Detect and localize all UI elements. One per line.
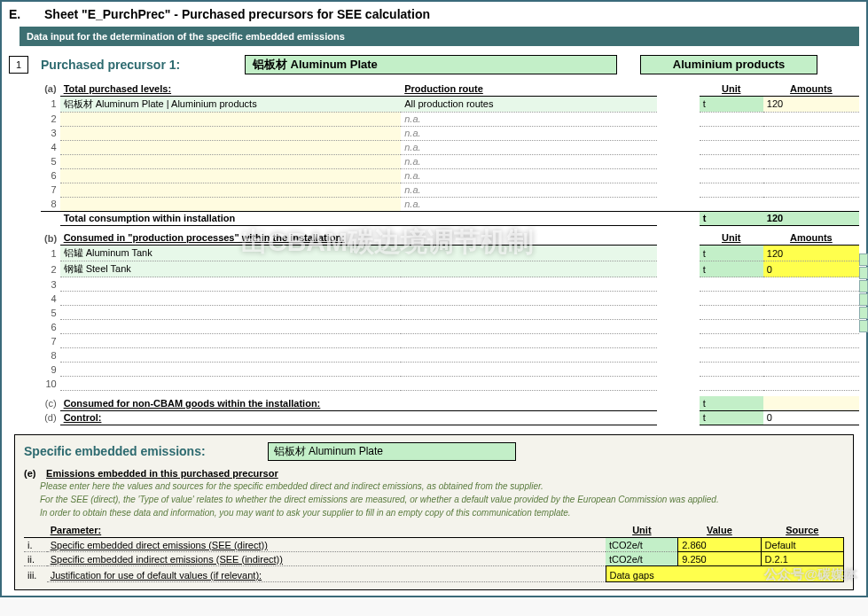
cell-desc[interactable]	[60, 320, 657, 334]
cell-amt[interactable]	[763, 377, 859, 391]
table-row: 4	[41, 292, 859, 306]
table-row: 6	[41, 320, 859, 334]
cell-unit: tCO2e/t	[606, 538, 678, 552]
table-row: 8	[41, 348, 859, 363]
cell-param: Specific embedded direct emissions (SEE …	[47, 538, 606, 552]
cell-src[interactable]: D.2.1	[761, 552, 843, 566]
emissions-title: Specific embedded emissions:	[24, 444, 206, 458]
table-row: i.Specific embedded direct emissions (SE…	[24, 538, 844, 552]
title-c: Consumed for non-CBAM goods within the i…	[60, 396, 657, 410]
cell-amt[interactable]	[763, 154, 859, 168]
row-num: 8	[41, 197, 60, 211]
col-a-title: Total purchased levels:	[60, 82, 402, 96]
sheet-header: E. Sheet "E_PurchPrec" - Purchased precu…	[9, 7, 859, 21]
cell-route: n.a.	[401, 126, 656, 140]
row-num: 6	[41, 168, 60, 183]
cell-desc[interactable]	[60, 140, 402, 154]
table-row: 4n.a.	[41, 140, 859, 154]
cell-amt[interactable]	[763, 168, 859, 183]
cell-desc[interactable]	[60, 112, 402, 126]
row-num: 5	[41, 154, 60, 168]
row-num: 4	[41, 140, 60, 154]
table-row: 7n.a.	[41, 183, 859, 197]
col-val: Value	[678, 524, 761, 538]
cell-desc[interactable]	[60, 292, 657, 306]
cell-desc[interactable]	[60, 334, 657, 348]
cell-amt[interactable]: 0	[763, 261, 859, 277]
cell-amt[interactable]	[763, 140, 859, 154]
table-row: 3n.a.	[41, 126, 859, 140]
row-num: 4	[41, 292, 60, 306]
row-num: 3	[41, 277, 60, 292]
cell-unit	[700, 197, 763, 211]
table-row: 7	[41, 334, 859, 348]
cell-unit: tCO2e/t	[606, 552, 678, 566]
cell-val[interactable]: 2.860	[678, 538, 761, 552]
cell-amt[interactable]	[763, 363, 859, 377]
col-src: Source	[761, 524, 843, 538]
cell-val[interactable]: 9.250	[678, 552, 761, 566]
cell-desc[interactable]: 铝罐 Aluminum Tank	[60, 246, 657, 261]
cell-desc[interactable]	[60, 363, 657, 377]
cell-amt[interactable]	[763, 306, 859, 320]
cell-desc[interactable]	[60, 377, 657, 391]
cell-amt[interactable]	[763, 334, 859, 348]
table-row: 5	[41, 306, 859, 320]
cell-unit	[700, 320, 763, 334]
cell-unit	[700, 334, 763, 348]
label-a: (a)	[41, 82, 60, 96]
cell-desc[interactable]	[60, 126, 402, 140]
table-row: 8n.a.	[41, 197, 859, 211]
label-d: (d)	[41, 410, 60, 425]
cell-amt[interactable]	[763, 348, 859, 363]
table-row: 9	[41, 363, 859, 377]
row-idx: ii.	[24, 552, 47, 566]
table-row: 2n.a.	[41, 112, 859, 126]
cell-desc[interactable]	[60, 154, 402, 168]
cell-amt[interactable]: 120	[763, 96, 859, 112]
banner: Data input for the determination of the …	[20, 27, 859, 46]
cell-route: n.a.	[401, 154, 656, 168]
precursor-category: Aluminium products	[640, 55, 817, 74]
col-a-unit: Unit	[700, 82, 763, 96]
cell-desc[interactable]	[60, 197, 402, 211]
cell-amt[interactable]	[763, 126, 859, 140]
cell-amt[interactable]	[763, 183, 859, 197]
cell-desc[interactable]: 铝板材 Aluminum Plate | Aluminium products	[60, 96, 402, 112]
cell-desc[interactable]	[60, 183, 402, 197]
cell-unit	[700, 306, 763, 320]
cell-amt[interactable]	[763, 277, 859, 292]
cell-src[interactable]: Default	[761, 538, 843, 552]
row-num: 8	[41, 348, 60, 363]
col-a-route: Production route	[401, 82, 656, 96]
cell-amt[interactable]	[763, 320, 859, 334]
cell-desc[interactable]	[60, 306, 657, 320]
cell-desc[interactable]	[60, 168, 402, 183]
emissions-table: Parameter: Unit Value Source i.Specific …	[24, 524, 844, 583]
label-c: (c)	[41, 396, 60, 410]
sheet-title: Sheet "E_PurchPrec" - Purchased precurso…	[44, 7, 430, 21]
amt-c[interactable]	[763, 396, 859, 410]
cell-route: n.a.	[401, 168, 656, 183]
cell-desc[interactable]	[60, 348, 657, 363]
cell-desc[interactable]: 钢罐 Steel Tank	[60, 261, 657, 277]
cell-unit	[700, 168, 763, 183]
cell-amt[interactable]	[763, 112, 859, 126]
cell-amt[interactable]: 120	[763, 246, 859, 261]
just-value[interactable]: Data gaps	[606, 566, 844, 582]
title-d: Control:	[60, 410, 657, 425]
cell-route: All production routes	[401, 96, 656, 112]
emissions-name: 铝板材 Aluminum Plate	[268, 442, 516, 461]
col-a-amt: Amounts	[763, 82, 859, 96]
cell-desc[interactable]	[60, 277, 657, 292]
cell-amt[interactable]	[763, 197, 859, 211]
section-cd: (c) Consumed for non-CBAM goods within t…	[41, 396, 859, 425]
precursor-name-input[interactable]: 铝板材 Aluminum Plate	[245, 55, 617, 74]
cell-unit	[700, 126, 763, 140]
cell-unit	[700, 377, 763, 391]
table-b: (b) Consumed in "production processes" w…	[41, 231, 859, 392]
just-idx: iii.	[24, 566, 47, 582]
cell-amt[interactable]	[763, 292, 859, 306]
total-a-amt: 120	[763, 211, 859, 225]
cell-unit	[700, 154, 763, 168]
